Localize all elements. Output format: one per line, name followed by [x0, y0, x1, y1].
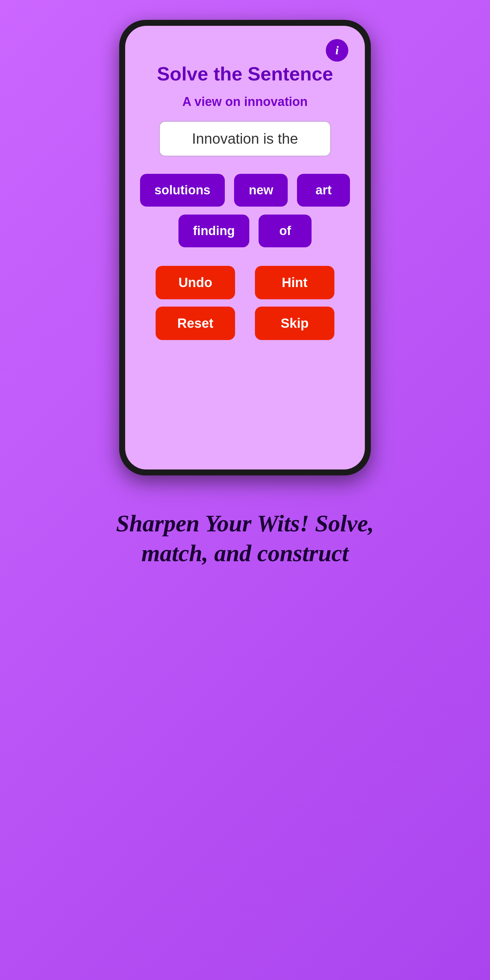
word-button-of[interactable]: of — [259, 215, 312, 247]
phone-screen: i Solve the Sentence A view on innovatio… — [125, 26, 365, 469]
outer-wrapper: i Solve the Sentence A view on innovatio… — [0, 0, 490, 568]
hint-button[interactable]: Hint — [255, 266, 334, 299]
words-row-2: finding of — [178, 215, 312, 247]
info-button[interactable]: i — [326, 39, 348, 62]
tagline: Sharpen Your Wits! Solve, match, and con… — [63, 509, 427, 568]
page-title: Solve the Sentence — [157, 62, 333, 86]
info-icon: i — [336, 45, 339, 56]
skip-button[interactable]: Skip — [255, 307, 334, 340]
word-button-finding[interactable]: finding — [178, 215, 250, 247]
actions-row-1: Undo Hint — [156, 266, 334, 299]
word-button-new[interactable]: new — [234, 174, 288, 207]
words-row-1: solutions new art — [140, 174, 350, 207]
word-button-art[interactable]: art — [297, 174, 350, 207]
sentence-display: Innovation is the — [159, 121, 331, 157]
page-subtitle: A view on innovation — [183, 95, 308, 109]
reset-button[interactable]: Reset — [156, 307, 235, 340]
word-button-solutions[interactable]: solutions — [140, 174, 225, 207]
actions-row-2: Reset Skip — [156, 307, 334, 340]
phone-frame: i Solve the Sentence A view on innovatio… — [119, 20, 371, 476]
words-container: solutions new art finding of — [135, 174, 355, 247]
undo-button[interactable]: Undo — [156, 266, 235, 299]
actions-container: Undo Hint Reset Skip — [156, 266, 334, 340]
